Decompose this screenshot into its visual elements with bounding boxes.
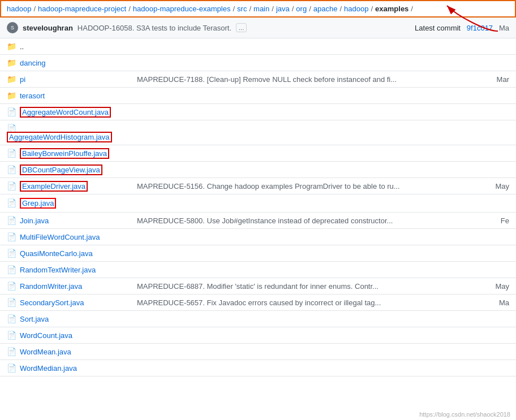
- file-link[interactable]: WordMean.java: [20, 348, 71, 356]
- table-row: 📄ExampleDriver.javaMAPREDUCE-5156. Chang…: [0, 178, 516, 194]
- date-cell: [480, 120, 516, 145]
- table-row: 📄AggregateWordHistogram.java: [0, 120, 516, 145]
- file-link[interactable]: Grep.java: [22, 199, 54, 207]
- latest-commit-label: Latest commit: [415, 24, 461, 32]
- commit-msg-cell: [130, 360, 480, 376]
- breadcrumb-item-hadoop[interactable]: hadoop: [7, 5, 31, 13]
- file-icon: 📄: [7, 232, 16, 241]
- file-table: 📁..📁dancing📁piMAPREDUCE-7188. [Clean-up]…: [0, 38, 516, 376]
- commit-msg-cell: MAPREDUCE-7188. [Clean-up] Remove NULL c…: [130, 71, 480, 88]
- breadcrumb-item-hadoop2[interactable]: hadoop: [344, 5, 368, 13]
- breadcrumb-sep-6: /: [292, 5, 294, 13]
- file-name-cell: 📄MultiFileWordCount.java: [0, 229, 130, 245]
- commit-msg-cell: [130, 55, 480, 71]
- file-icon: 📄: [7, 265, 16, 274]
- folder-icon: 📁: [7, 58, 16, 67]
- commit-author[interactable]: steveloughran: [23, 24, 73, 32]
- avatar: S: [7, 22, 18, 33]
- file-name-cell: 📄Sort.java: [0, 311, 130, 327]
- date-cell: [480, 262, 516, 278]
- file-icon: 📄: [7, 331, 16, 340]
- breadcrumb-sep: /: [33, 5, 36, 13]
- file-name-cell: 📄AggregateWordHistogram.java: [0, 120, 130, 145]
- file-link[interactable]: Join.java: [20, 217, 49, 225]
- commit-msg-cell: MAPREDUCE-5800. Use Job#getInstance inst…: [130, 213, 480, 229]
- file-link[interactable]: pi: [20, 75, 25, 84]
- file-link[interactable]: SecondarySort.java: [20, 298, 84, 307]
- commit-msg-cell: [130, 104, 480, 120]
- parent-dir-link[interactable]: ..: [20, 42, 24, 51]
- file-link[interactable]: RandomTextWriter.java: [20, 266, 96, 274]
- commit-ellipsis[interactable]: ...: [236, 23, 247, 32]
- table-row: 📄AggregateWordCount.java: [0, 104, 516, 120]
- date-cell: [480, 245, 516, 262]
- file-icon: 📄: [7, 107, 16, 116]
- commit-msg-cell: [130, 88, 480, 104]
- file-name-cell: 📁dancing: [0, 55, 130, 71]
- date-cell: [480, 194, 516, 213]
- table-row: 📁piMAPREDUCE-7188. [Clean-up] Remove NUL…: [0, 71, 516, 88]
- file-link[interactable]: dancing: [20, 59, 46, 67]
- commit-msg-cell: MAPREDUCE-6887. Modifier 'static' is red…: [130, 278, 480, 295]
- breadcrumb-item-src[interactable]: src: [237, 5, 247, 13]
- commit-msg-cell: [130, 245, 480, 262]
- date-cell: [480, 55, 516, 71]
- file-link[interactable]: BaileyBorweinPlouffe.java: [20, 148, 109, 159]
- file-icon: 📄: [7, 298, 16, 307]
- file-link[interactable]: DBCountPageView.java: [20, 164, 102, 175]
- commit-bar-left: S steveloughran HADOOP-16058. S3A tests …: [7, 22, 247, 33]
- file-link[interactable]: MultiFileWordCount.java: [20, 233, 100, 241]
- date-cell: [480, 145, 516, 162]
- file-link[interactable]: AggregateWordHistogram.java: [7, 132, 112, 142]
- file-link[interactable]: Sort.java: [20, 315, 49, 323]
- file-link[interactable]: ExampleDriver.java: [20, 181, 88, 192]
- date-cell: [480, 327, 516, 344]
- file-link[interactable]: WordMedian.java: [20, 364, 77, 373]
- table-row: 📄WordCount.java: [0, 327, 516, 344]
- breadcrumb-bar: hadoop / hadoop-mapreduce-project / hado…: [0, 0, 516, 18]
- file-name-cell: 📄BaileyBorweinPlouffe.java: [0, 145, 130, 162]
- file-icon: 📄: [7, 347, 16, 356]
- breadcrumb-item-apache[interactable]: apache: [313, 5, 338, 13]
- file-name-cell: 📁terasort: [0, 88, 130, 104]
- date-cell: [480, 162, 516, 178]
- commit-hash[interactable]: 9f1c017: [467, 24, 493, 32]
- file-name-cell: 📄DBCountPageView.java: [0, 162, 130, 178]
- date-cell: [480, 104, 516, 120]
- commit-msg-cell: [130, 262, 480, 278]
- file-link[interactable]: WordCount.java: [20, 331, 72, 340]
- date-cell: [480, 229, 516, 245]
- table-row: 📄BaileyBorweinPlouffe.java: [0, 145, 516, 162]
- date-cell: May: [480, 178, 516, 194]
- file-name-cell: 📄SecondarySort.java: [0, 295, 130, 311]
- commit-msg-cell: [130, 327, 480, 344]
- date-cell: [480, 38, 516, 55]
- table-row: 📄WordMedian.java: [0, 360, 516, 376]
- breadcrumb-item-java[interactable]: java: [276, 5, 290, 13]
- table-row: 📄SecondarySort.javaMAPREDUCE-5657. Fix J…: [0, 295, 516, 311]
- breadcrumb-sep-9: /: [371, 5, 373, 13]
- file-link[interactable]: terasort: [20, 92, 45, 100]
- breadcrumb-item-main[interactable]: main: [253, 5, 269, 13]
- breadcrumb-sep-7: /: [309, 5, 311, 13]
- table-row: 📄Join.javaMAPREDUCE-5800. Use Job#getIns…: [0, 213, 516, 229]
- table-row: 📁terasort: [0, 88, 516, 104]
- breadcrumb-item-mapreduce-project[interactable]: hadoop-mapreduce-project: [38, 5, 126, 13]
- file-link[interactable]: AggregateWordCount.java: [20, 107, 111, 118]
- table-row: 📄Grep.java: [0, 194, 516, 213]
- breadcrumb-item-org[interactable]: org: [296, 5, 307, 13]
- file-icon: 📄: [7, 282, 16, 291]
- file-name-cell: 📄Grep.java: [0, 194, 130, 213]
- commit-msg-cell: [130, 145, 480, 162]
- file-link[interactable]: QuasiMonteCarlo.java: [20, 249, 93, 258]
- breadcrumb-sep-3: /: [233, 5, 235, 13]
- commit-date: Ma: [499, 24, 509, 32]
- date-cell: [480, 311, 516, 327]
- file-link[interactable]: RandomWriter.java: [20, 282, 82, 291]
- file-icon: 📄: [7, 216, 16, 225]
- breadcrumb-item-examples-jar[interactable]: hadoop-mapreduce-examples: [133, 5, 231, 13]
- table-row: 📄Sort.java: [0, 311, 516, 327]
- commit-msg-cell: [130, 229, 480, 245]
- breadcrumb-sep-10: /: [411, 5, 413, 13]
- commit-msg-cell: [130, 194, 480, 213]
